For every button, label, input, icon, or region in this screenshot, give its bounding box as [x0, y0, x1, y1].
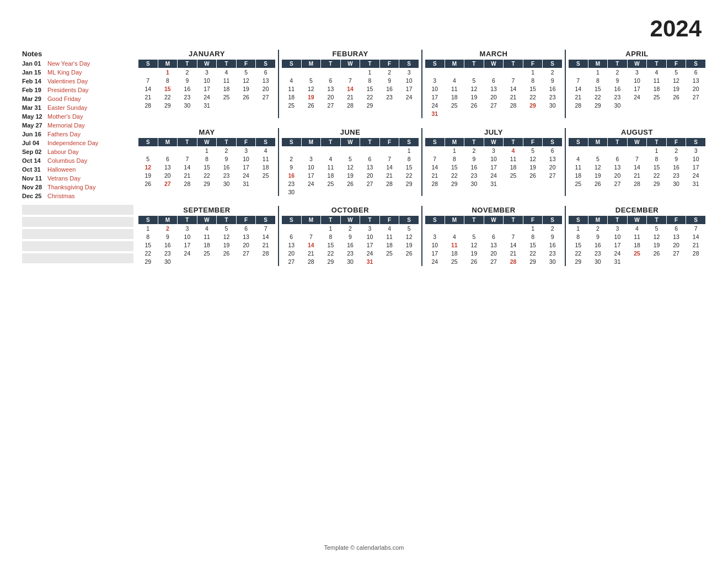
cal-day: 16 — [282, 171, 302, 179]
cal-day: 21 — [256, 241, 276, 249]
cal-day: 4 — [647, 68, 667, 77]
cal-day: 11 — [282, 85, 302, 93]
cal-day: 21 — [686, 241, 706, 249]
cal-day: 30 — [217, 179, 237, 188]
calendar-row-0: JANUARYSMTWTFS12345678910111213141516171… — [138, 50, 706, 118]
cal-day: 3 — [627, 68, 647, 77]
cal-day: 23 — [217, 171, 237, 179]
cal-day: 3 — [425, 233, 445, 241]
cal-day: 13 — [686, 77, 706, 85]
cal-table: SMTWTFS123456789101112131415161718192021… — [425, 137, 563, 188]
holiday-row: Mar 31Easter Sunday — [22, 103, 133, 112]
cal-day — [666, 258, 686, 266]
cal-day: 8 — [158, 77, 178, 85]
cal-table: SMTWTFS123456789101112131415161718192021… — [568, 59, 706, 110]
cal-day: 19 — [464, 93, 484, 102]
month-divider — [565, 206, 566, 266]
cal-day — [647, 258, 667, 266]
cal-day: 27 — [686, 93, 706, 102]
cal-day: 11 — [217, 77, 237, 85]
cal-day — [301, 68, 321, 77]
cal-day: 24 — [399, 93, 419, 102]
cal-day: 5 — [666, 68, 686, 77]
cal-day — [686, 102, 706, 110]
cal-week-row: 123 — [569, 146, 706, 155]
cal-week-row: 30 — [282, 188, 419, 196]
day-header: T — [504, 137, 523, 146]
cal-day: 9 — [543, 233, 563, 241]
cal-day: 28 — [686, 249, 706, 258]
cal-day: 26 — [464, 102, 484, 110]
day-header: F — [236, 137, 256, 146]
day-header: W — [197, 137, 217, 146]
cal-day: 6 — [256, 68, 276, 77]
cal-day: 29 — [197, 179, 217, 188]
day-header: S — [686, 216, 706, 225]
cal-day: 15 — [197, 163, 217, 171]
cal-day: 30 — [588, 258, 608, 266]
cal-day: 27 — [543, 171, 563, 179]
cal-day — [425, 68, 445, 77]
cal-day: 21 — [340, 93, 360, 102]
holiday-row: Feb 14Valentines Day — [22, 77, 133, 86]
cal-day: 10 — [425, 85, 445, 93]
cal-day: 31 — [484, 179, 504, 188]
holiday-name: Mother's Day — [47, 113, 83, 120]
cal-day: 31 — [608, 258, 628, 266]
cal-day: 10 — [178, 233, 197, 241]
cal-day: 19 — [523, 163, 543, 171]
month-title: JUNE — [281, 128, 419, 136]
cal-day: 22 — [569, 249, 588, 258]
cal-day: 24 — [301, 179, 321, 188]
cal-day — [425, 146, 445, 155]
day-header: M — [301, 216, 321, 225]
month-title: AUGUST — [568, 128, 706, 136]
cal-table: SMTWTFS123456789101112131415161718192021… — [425, 215, 563, 266]
cal-day — [464, 110, 484, 118]
day-header: S — [425, 216, 445, 225]
day-header: M — [588, 137, 608, 146]
cal-day: 3 — [484, 146, 504, 155]
cal-week-row: 28293031 — [138, 102, 276, 110]
month-title: NOVEMBER — [425, 206, 563, 214]
cal-day: 24 — [425, 102, 445, 110]
cal-day: 26 — [647, 249, 667, 258]
cal-day: 29 — [399, 179, 419, 188]
holiday-row: May 27Memorial Day — [22, 121, 133, 130]
cal-week-row: 14151617181920 — [569, 85, 706, 93]
cal-day: 22 — [523, 249, 543, 258]
cal-table: SMTWTFS123456789101112131415161718192021… — [281, 137, 419, 196]
holiday-name: Vetrans Day — [47, 175, 81, 182]
day-header: T — [360, 137, 380, 146]
month-block-may: MAYSMTWTFS123456789101112131415161718192… — [138, 128, 276, 196]
cal-day: 25 — [647, 93, 667, 102]
cal-day: 4 — [379, 225, 399, 233]
month-title: JANUARY — [138, 50, 276, 58]
cal-day: 26 — [464, 258, 484, 266]
cal-day: 28 — [504, 102, 523, 110]
cal-day — [647, 102, 667, 110]
cal-week-row: 14151617181920 — [425, 163, 563, 171]
day-header: F — [236, 60, 256, 68]
holiday-name: Easter Sunday — [47, 104, 87, 111]
calendars-section: JANUARYSMTWTFS12345678910111213141516171… — [138, 50, 706, 266]
day-header: S — [569, 60, 588, 68]
month-block-august: AUGUSTSMTWTFS123456789101112131415161718… — [568, 128, 706, 196]
cal-day — [301, 188, 321, 196]
cal-week-row: 6789101112 — [282, 233, 419, 241]
cal-day — [484, 110, 504, 118]
cal-day: 18 — [647, 85, 667, 93]
cal-day: 10 — [686, 155, 706, 163]
cal-day: 14 — [627, 163, 647, 171]
day-header: T — [504, 60, 523, 68]
cal-day: 29 — [523, 258, 543, 266]
day-header: W — [340, 137, 360, 146]
cal-week-row: 18192021222324 — [282, 93, 419, 102]
cal-day: 2 — [543, 225, 563, 233]
cal-day: 5 — [301, 77, 321, 85]
cal-day — [445, 68, 464, 77]
day-header: T — [178, 60, 197, 68]
cal-day: 11 — [445, 85, 464, 93]
day-header: S — [138, 216, 158, 225]
cal-day: 3 — [399, 68, 419, 77]
